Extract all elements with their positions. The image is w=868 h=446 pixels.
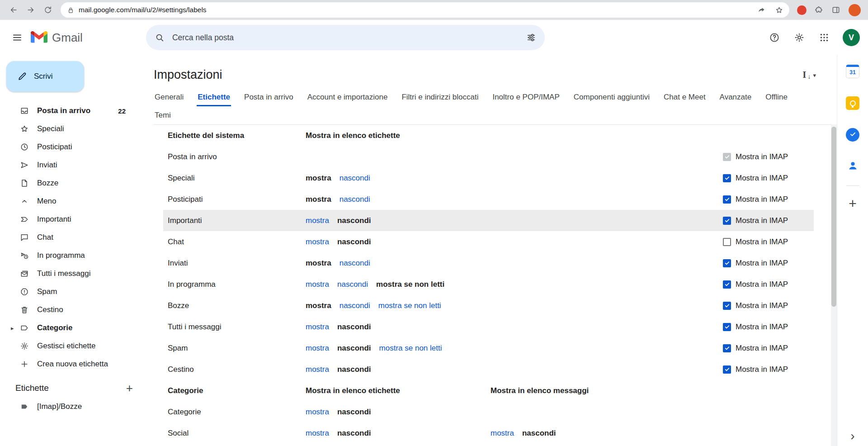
sidebar-item-label: Tutti i messaggi bbox=[37, 269, 90, 278]
imap-checkbox[interactable] bbox=[723, 280, 731, 289]
settings-gear-icon[interactable] bbox=[788, 27, 810, 48]
imap-checkbox[interactable] bbox=[723, 238, 731, 246]
get-addons-plus-icon[interactable]: + bbox=[849, 197, 857, 210]
main-scrollbar[interactable] bbox=[831, 124, 837, 446]
sidebar-item-inviati[interactable]: Inviati bbox=[0, 156, 144, 174]
label-row-tutti-i-messaggi: Tutti i messaggi mostranascondi Mostra i… bbox=[163, 316, 814, 337]
calendar-icon[interactable]: 31 bbox=[844, 62, 862, 81]
sidebar-item-speciali[interactable]: Speciali bbox=[0, 120, 144, 138]
sidebar-item-label: Crea nuova etichetta bbox=[37, 360, 108, 369]
imap-checkbox[interactable] bbox=[723, 323, 731, 331]
sidebar-item-cestino[interactable]: Cestino bbox=[0, 301, 144, 319]
show-option[interactable]: mostra bbox=[306, 323, 329, 332]
hide-option[interactable]: nascondi bbox=[340, 174, 370, 183]
expand-rail-chevron-icon[interactable]: › bbox=[837, 430, 868, 442]
show-option[interactable]: mostra bbox=[306, 408, 329, 417]
tab-etichette[interactable]: Etichette bbox=[197, 88, 231, 106]
sidebar-item-crea-nuova-etichetta[interactable]: Crea nuova etichetta bbox=[0, 355, 144, 373]
trash-icon bbox=[20, 305, 29, 314]
account-avatar[interactable]: V bbox=[843, 29, 860, 46]
tab-avanzate[interactable]: Avanzate bbox=[719, 88, 753, 106]
keep-icon[interactable] bbox=[844, 94, 862, 112]
tab-posta-in-arrivo[interactable]: Posta in arrivo bbox=[243, 88, 294, 106]
label-row-in-programma: In programma mostranascondimostra se non… bbox=[163, 274, 814, 295]
imap-checkbox[interactable] bbox=[723, 259, 731, 267]
refresh-icon[interactable] bbox=[40, 2, 56, 18]
address-bar[interactable]: mail.google.com/mail/u/2/#settings/label… bbox=[61, 2, 789, 18]
share-icon[interactable] bbox=[755, 3, 768, 17]
input-tools-button[interactable]: I↓▾ bbox=[802, 70, 816, 80]
search-icon[interactable] bbox=[150, 28, 170, 47]
imap-checkbox[interactable] bbox=[723, 365, 731, 374]
label-name: Social bbox=[168, 429, 306, 438]
show-option[interactable]: mostra bbox=[306, 429, 329, 438]
label-row-speciali: Speciali mostranascondi Mostra in IMAP bbox=[163, 167, 814, 189]
hide-option[interactable]: nascondi bbox=[337, 280, 368, 289]
back-icon[interactable] bbox=[5, 2, 22, 18]
tab-filtri-e-indirizzi-bloccati[interactable]: Filtri e indirizzi bloccati bbox=[401, 88, 479, 106]
compose-button[interactable]: Scrivi bbox=[6, 61, 84, 92]
imap-checkbox[interactable] bbox=[723, 195, 731, 204]
tab-chat-e-meet[interactable]: Chat e Meet bbox=[663, 88, 707, 106]
search-filter-tune-icon[interactable] bbox=[521, 28, 541, 47]
tab-componenti-aggiuntivi[interactable]: Componenti aggiuntivi bbox=[573, 88, 651, 106]
imap-checkbox[interactable] bbox=[723, 174, 731, 182]
extensions-puzzle-icon[interactable] bbox=[811, 2, 827, 18]
label-row-cestino: Cestino mostranascondi Mostra in IMAP bbox=[163, 359, 814, 380]
sidebar-item-chat[interactable]: Chat bbox=[0, 228, 144, 247]
sidebar-item-posta-in-arrivo[interactable]: Posta in arrivo 22 bbox=[0, 102, 144, 120]
show-if-unread-option[interactable]: mostra se non letti bbox=[379, 344, 442, 353]
screen: mail.google.com/mail/u/2/#settings/label… bbox=[0, 0, 868, 446]
help-icon[interactable] bbox=[764, 27, 785, 48]
sidebar-item-bozze[interactable]: Bozze bbox=[0, 174, 144, 192]
hide-option[interactable]: nascondi bbox=[340, 259, 370, 268]
tasks-icon[interactable] bbox=[844, 126, 862, 144]
tab-inoltro-e-pop-imap[interactable]: Inoltro e POP/IMAP bbox=[491, 88, 560, 106]
hide-option[interactable]: nascondi bbox=[340, 195, 370, 204]
tab-account-e-importazione[interactable]: Account e importazione bbox=[307, 88, 389, 106]
browser-toolbar: mail.google.com/mail/u/2/#settings/label… bbox=[0, 0, 868, 20]
sidebar-item-tutti-i-messaggi[interactable]: Tutti i messaggi bbox=[0, 265, 144, 283]
show-option[interactable]: mostra bbox=[306, 344, 329, 353]
imap-label: Mostra in IMAP bbox=[736, 344, 788, 353]
tab-offline[interactable]: Offline bbox=[764, 88, 788, 106]
labels-section-title: Etichette bbox=[15, 383, 49, 393]
imap-checkbox[interactable] bbox=[723, 344, 731, 352]
sidebar-item-posticipati[interactable]: Posticipati bbox=[0, 138, 144, 156]
label-list-item-imap-bozze[interactable]: [Imap]/Bozze bbox=[0, 398, 144, 416]
scrollbar-thumb[interactable] bbox=[831, 127, 836, 307]
show-if-unread-option[interactable]: mostra se non letti bbox=[378, 301, 441, 310]
sidebar-item-categorie[interactable]: ▸ Categorie bbox=[0, 319, 144, 337]
side-panel-icon[interactable] bbox=[828, 2, 844, 18]
sidebar-item-importanti[interactable]: Importanti bbox=[0, 210, 144, 228]
sidebar-item-meno[interactable]: Meno bbox=[0, 192, 144, 210]
imap-checkbox[interactable] bbox=[723, 217, 731, 225]
hide-option[interactable]: nascondi bbox=[340, 301, 370, 310]
gmail-brand[interactable]: Gmail bbox=[31, 31, 83, 45]
apps-grid-icon[interactable] bbox=[813, 27, 835, 48]
show-option[interactable]: mostra bbox=[306, 365, 329, 374]
important-icon bbox=[20, 215, 29, 224]
create-label-plus-icon[interactable]: + bbox=[126, 382, 133, 394]
extension-red-icon[interactable] bbox=[797, 5, 807, 15]
sidebar-item-gestisci-etichette[interactable]: Gestisci etichette bbox=[0, 337, 144, 355]
sidebar-item-in-programma[interactable]: In programma bbox=[0, 247, 144, 265]
show-option[interactable]: mostra bbox=[306, 280, 329, 289]
imap-checkbox[interactable] bbox=[723, 302, 731, 310]
show-option[interactable]: mostra bbox=[306, 216, 329, 225]
browser-profile-avatar[interactable] bbox=[849, 4, 861, 16]
bookmark-star-icon[interactable] bbox=[772, 3, 786, 17]
tab-generali[interactable]: Generali bbox=[154, 88, 184, 106]
sidebar-item-spam[interactable]: Spam bbox=[0, 283, 144, 301]
search-input[interactable] bbox=[170, 33, 521, 43]
label-row-posticipati: Posticipati mostranascondi Mostra in IMA… bbox=[163, 189, 814, 210]
contacts-icon[interactable] bbox=[844, 157, 862, 176]
show-option[interactable]: mostra bbox=[306, 237, 329, 247]
label-name: Categorie bbox=[168, 408, 306, 417]
compose-label: Scrivi bbox=[34, 72, 53, 81]
main-menu-hamburger-icon[interactable] bbox=[6, 27, 28, 48]
forward-icon[interactable] bbox=[23, 2, 39, 18]
chevron-up-icon bbox=[20, 197, 29, 206]
tab-temi[interactable]: Temi bbox=[154, 106, 172, 124]
message-list-show-option[interactable]: mostra bbox=[491, 429, 514, 438]
